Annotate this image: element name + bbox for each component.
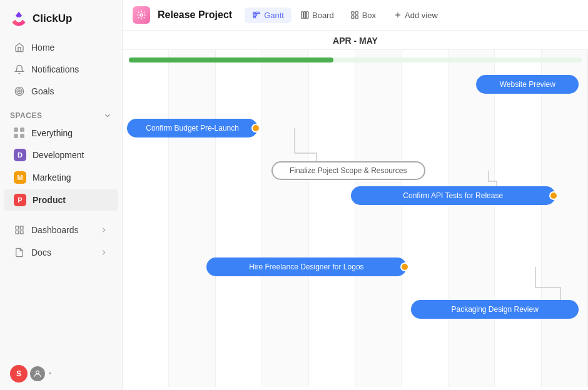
- sidebar-item-goals-label: Goals: [31, 86, 54, 96]
- chevron-right-icon-2: [99, 248, 108, 257]
- task-confirm-budget[interactable]: Confirm Budget Pre-Launch: [127, 119, 257, 138]
- svg-rect-14: [304, 12, 306, 19]
- sidebar-item-home[interactable]: Home: [4, 37, 118, 58]
- svg-rect-16: [351, 12, 353, 14]
- marketing-icon: M: [14, 171, 26, 184]
- home-icon: [14, 42, 25, 53]
- task-confirm-api-label: Confirm API Tests for Release: [403, 191, 503, 200]
- task-confirm-budget-dot: [251, 124, 260, 132]
- sidebar-item-development-label: Development: [33, 150, 84, 160]
- spaces-header: Spaces: [0, 105, 122, 122]
- development-icon: D: [14, 149, 26, 161]
- grid-col-7: [402, 50, 448, 387]
- app-name: ClickUp: [33, 12, 72, 25]
- task-confirm-api-dot: [549, 191, 558, 200]
- svg-point-1: [17, 89, 22, 94]
- task-confirm-api[interactable]: Confirm API Tests for Release: [351, 186, 555, 205]
- sidebar-item-dashboards-label: Dashboards: [31, 225, 79, 235]
- project-title: Release Project: [158, 9, 232, 21]
- header: Release Project Gantt Board Box Add view: [123, 0, 588, 31]
- gantt-area: APR - MAY: [123, 31, 588, 390]
- task-website-preview-label: Website Preview: [500, 80, 555, 89]
- svg-rect-17: [355, 12, 358, 14]
- svg-point-8: [140, 14, 143, 16]
- tab-board[interactable]: Board: [293, 8, 342, 23]
- logo[interactable]: ClickUp: [0, 0, 122, 34]
- main-content: Release Project Gantt Board Box Add view…: [123, 0, 588, 390]
- tab-board-label: Board: [312, 11, 334, 20]
- svg-rect-15: [307, 12, 308, 19]
- tab-gantt-label: Gantt: [264, 11, 284, 20]
- task-packaging-review-label: Packaging Design Review: [451, 305, 538, 314]
- sidebar-item-marketing[interactable]: M Marketing: [4, 167, 118, 188]
- spaces-label: Spaces: [10, 111, 42, 120]
- grid-col-6: [355, 50, 402, 387]
- sidebar-item-development[interactable]: D Development: [4, 144, 118, 166]
- task-confirm-budget-label: Confirm Budget Pre-Launch: [146, 124, 239, 132]
- timeline-progress: [129, 58, 333, 62]
- gantt-month-label: APR - MAY: [333, 36, 378, 46]
- svg-rect-4: [20, 226, 23, 229]
- sidebar-item-docs[interactable]: Docs: [4, 242, 118, 263]
- task-finalize-scope[interactable]: Finalize Poject Scope & Resources: [271, 161, 425, 180]
- gantt-month-header: APR - MAY: [123, 31, 588, 50]
- avatar-more: •: [49, 369, 51, 378]
- grid-col-9: [495, 50, 541, 387]
- target-icon: [14, 86, 25, 97]
- gantt-icon: [252, 11, 261, 19]
- tab-box-label: Box: [362, 11, 376, 20]
- svg-rect-10: [255, 12, 260, 13]
- add-view-button[interactable]: Add view: [387, 8, 444, 23]
- task-hire-freelance[interactable]: Hire Freelance Designer for Logos: [206, 258, 407, 276]
- task-hire-freelance-label: Hire Freelance Designer for Logos: [249, 262, 363, 271]
- sidebar-item-notifications[interactable]: Notifications: [4, 59, 118, 80]
- grid-col-8: [449, 50, 495, 387]
- sidebar-item-notifications-label: Notifications: [31, 64, 79, 74]
- grid-col-10: [542, 50, 588, 387]
- chevron-right-icon: [99, 226, 108, 234]
- svg-rect-11: [253, 14, 257, 16]
- task-packaging-review[interactable]: Packaging Design Review: [411, 300, 579, 319]
- svg-rect-12: [253, 16, 256, 18]
- sidebar-item-everything[interactable]: Everything: [4, 123, 118, 143]
- tab-gantt[interactable]: Gantt: [245, 8, 291, 23]
- everything-grid-icon: [14, 128, 25, 139]
- clickup-logo-icon: [10, 10, 28, 28]
- project-icon: [133, 6, 150, 24]
- sidebar-item-product[interactable]: P Product: [4, 189, 118, 211]
- board-icon: [300, 11, 309, 19]
- avatar-primary[interactable]: S: [10, 365, 28, 382]
- sidebar-item-goals[interactable]: Goals: [4, 81, 118, 102]
- svg-rect-19: [355, 16, 358, 18]
- task-finalize-scope-label: Finalize Poject Scope & Resources: [290, 166, 407, 175]
- bell-icon: [14, 64, 25, 75]
- sidebar-item-product-label: Product: [33, 195, 66, 205]
- sidebar-item-marketing-label: Marketing: [33, 172, 71, 182]
- grid-columns: [123, 50, 588, 387]
- svg-rect-5: [20, 231, 23, 234]
- grid-col-4: [262, 50, 308, 387]
- grid-col-5: [309, 50, 355, 387]
- sidebar-item-docs-label: Docs: [31, 248, 51, 258]
- docs-icon: [14, 247, 25, 258]
- task-website-preview[interactable]: Website Preview: [476, 75, 579, 94]
- grid-col-3: [216, 50, 262, 387]
- sidebar-nav: Home Notifications Goals: [0, 34, 122, 105]
- dashboards-icon: [14, 224, 25, 236]
- svg-rect-13: [302, 12, 303, 19]
- svg-rect-9: [253, 12, 255, 13]
- sidebar: ClickUp Home Notifications Goals Spaces: [0, 0, 123, 390]
- svg-rect-18: [351, 16, 353, 18]
- box-icon: [350, 11, 359, 19]
- svg-point-7: [36, 371, 39, 374]
- tab-box[interactable]: Box: [343, 8, 383, 23]
- svg-rect-6: [16, 231, 19, 234]
- sidebar-bottom: S •: [0, 358, 122, 390]
- chevron-down-icon: [103, 111, 112, 120]
- timeline-bar: [123, 58, 588, 62]
- sidebar-item-dashboards[interactable]: Dashboards: [4, 219, 118, 241]
- grid-col-1: [123, 50, 169, 387]
- plus-icon: [393, 11, 402, 19]
- avatar-secondary[interactable]: [30, 366, 45, 381]
- sidebar-item-everything-label: Everything: [31, 128, 73, 138]
